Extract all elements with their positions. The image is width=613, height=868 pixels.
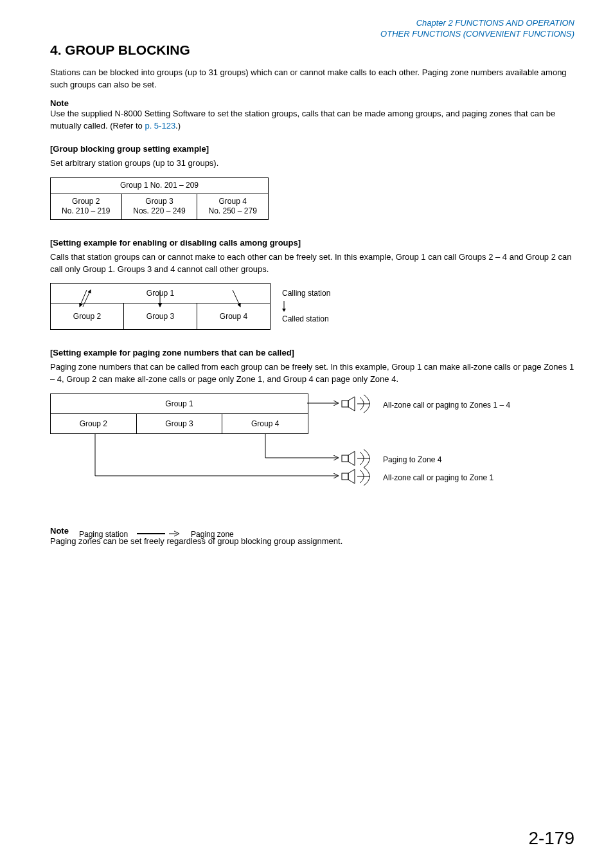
grp-c2: Group 3Nos. 220 – 249 bbox=[121, 194, 197, 219]
speaker-icon bbox=[341, 467, 377, 487]
group-setting-table: Group 1 No. 201 – 209 Group 2No. 210 – 2… bbox=[50, 177, 269, 220]
d2-g3: Group 3 bbox=[147, 312, 174, 321]
speaker3-label: All-zone call or paging to Zone 1 bbox=[383, 473, 493, 482]
speaker-icon bbox=[341, 449, 377, 469]
sub1-heading: [Group blocking group setting example] bbox=[50, 144, 574, 154]
svg-rect-14 bbox=[342, 473, 348, 480]
grp-c1: Group 2No. 210 – 219 bbox=[51, 194, 122, 219]
chapter-line1: Chapter 2 FUNCTIONS AND OPERATION bbox=[50, 18, 574, 29]
paging-legend: Paging station Paging zone bbox=[79, 530, 234, 539]
sub3-heading: [Setting example for paging zone numbers… bbox=[50, 348, 574, 357]
d3-g2: Group 2 bbox=[80, 419, 107, 428]
page-number: 2-179 bbox=[528, 828, 574, 849]
legend-paging-zone: Paging zone bbox=[191, 530, 234, 539]
grp-c3: Group 4No. 250 – 279 bbox=[197, 194, 269, 219]
sub3-desc: Paging zone numbers that can be called f… bbox=[50, 361, 574, 386]
d2-g1: Group 1 bbox=[147, 289, 174, 298]
legend-paging-station: Paging station bbox=[79, 530, 128, 539]
legend-arrow-icon bbox=[137, 530, 182, 539]
legend-arrow-icon bbox=[282, 301, 286, 312]
chapter-header: Chapter 2 FUNCTIONS AND OPERATION OTHER … bbox=[50, 18, 574, 40]
calls-diagram: Group 1 Group 2 Group 3 Gr bbox=[50, 283, 574, 330]
svg-rect-12 bbox=[342, 455, 348, 462]
intro-text: Stations can be blocked into groups (up … bbox=[50, 67, 574, 91]
d2-legend: Calling station Called station bbox=[282, 287, 330, 326]
note1-post: .) bbox=[175, 121, 181, 131]
note1-pre: Use the supplied N-8000 Setting Software… bbox=[50, 109, 555, 131]
speaker2-row: Paging to Zone 4 bbox=[341, 449, 441, 469]
d2-g4: Group 4 bbox=[220, 312, 247, 321]
speaker-icon bbox=[341, 395, 377, 415]
sub2-desc: Calls that station groups can or cannot … bbox=[50, 251, 574, 276]
note1-link[interactable]: p. 5-123 bbox=[145, 121, 175, 131]
d3-g3: Group 3 bbox=[165, 419, 193, 428]
d2-g2: Group 2 bbox=[73, 312, 101, 321]
legend-called: Called station bbox=[282, 312, 329, 327]
chapter-line2: OTHER FUNCTIONS (CONVENIENT FUNCTIONS) bbox=[50, 29, 574, 40]
page-title: 4. GROUP BLOCKING bbox=[50, 42, 574, 58]
sub2-heading: [Setting example for enabling or disabli… bbox=[50, 238, 574, 248]
speaker1-row: All-zone call or paging to Zones 1 – 4 bbox=[341, 395, 510, 415]
d3-g1: Group 1 bbox=[165, 399, 193, 408]
sub1-desc: Set arbitrary station groups (up to 31 g… bbox=[50, 158, 574, 170]
speaker3-row: All-zone call or paging to Zone 1 bbox=[341, 467, 493, 487]
note1-text: Use the supplied N-8000 Setting Software… bbox=[50, 108, 574, 132]
legend-calling: Calling station bbox=[282, 287, 330, 301]
d3-g4: Group 4 bbox=[251, 419, 279, 428]
svg-rect-10 bbox=[342, 401, 348, 407]
speaker2-label: Paging to Zone 4 bbox=[383, 455, 441, 464]
paging-diagram: Group 1 Group 2 Group 3 Group 4 bbox=[50, 393, 574, 503]
grp-top: Group 1 No. 201 – 209 bbox=[51, 178, 269, 194]
speaker1-label: All-zone call or paging to Zones 1 – 4 bbox=[383, 401, 510, 410]
note1-label: Note bbox=[50, 98, 574, 108]
